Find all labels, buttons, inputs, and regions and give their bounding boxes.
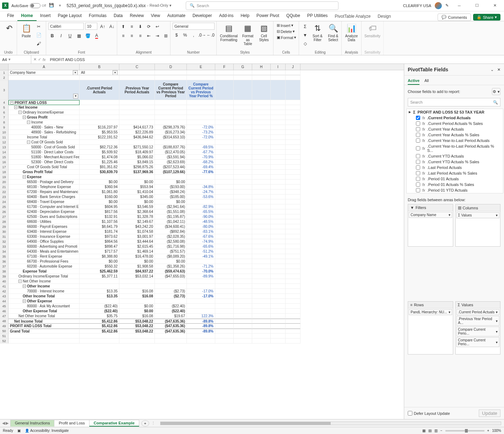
- row-header[interactable]: 15: [0, 155, 9, 160]
- data-cell[interactable]: $84,937.22: [119, 269, 155, 274]
- row-header[interactable]: 17: [0, 165, 9, 170]
- field-checkbox[interactable]: [416, 182, 420, 187]
- data-cell[interactable]: -65.5%: [187, 209, 215, 214]
- data-cell[interactable]: ($22.40): [155, 309, 187, 314]
- row-label-cell[interactable]: Expense Total: [9, 269, 80, 274]
- column-header[interactable]: E: [187, 64, 215, 70]
- row-label-cell[interactable]: 48900 · Sales - Refurbishing: [9, 130, 80, 135]
- zoom-in-icon[interactable]: +: [487, 429, 489, 433]
- data-cell[interactable]: -68.2%: [187, 160, 215, 165]
- gear-icon[interactable]: ⚙ ▾: [492, 88, 500, 95]
- pivot-field-item[interactable]: fx.Period 01 Actuals: [407, 176, 503, 182]
- data-cell[interactable]: [187, 259, 215, 264]
- data-cell[interactable]: $0.00: [119, 259, 155, 264]
- formula-input[interactable]: PROFIT AND LOSS: [48, 57, 504, 62]
- pivot-header[interactable]: Compare Current Period vs Previous Year …: [187, 80, 215, 100]
- data-cell[interactable]: $1,474.08: [80, 155, 119, 160]
- accessibility-status[interactable]: 👤Accessibility: Investigate: [25, 429, 69, 433]
- area-item[interactable]: Σ Values▾: [456, 212, 500, 218]
- pivot-filter-icon[interactable]: ▾: [73, 94, 78, 99]
- data-cell[interactable]: $5,939.92: [80, 150, 119, 155]
- align-middle-button[interactable]: ≡: [128, 23, 136, 31]
- data-cell[interactable]: ($3,591.94): [155, 155, 187, 160]
- user-avatar-icon[interactable]: [435, 2, 442, 9]
- row-label-cell[interactable]: −Net Income: [9, 105, 80, 110]
- data-cell[interactable]: $898.47: [80, 244, 119, 249]
- data-cell[interactable]: $553.94: [119, 185, 155, 189]
- row-label-cell[interactable]: 51800 · Merchant Account Fee: [9, 155, 80, 160]
- column-header[interactable]: H: [252, 64, 271, 70]
- data-cell[interactable]: [119, 339, 155, 344]
- row-header[interactable]: 29: [0, 224, 9, 229]
- row-label-cell[interactable]: 64900 · Office Supplies: [9, 239, 80, 244]
- accept-formula-icon[interactable]: ✓: [38, 57, 41, 62]
- border-button[interactable]: ▦: [75, 32, 83, 40]
- ribbon-tab-automate[interactable]: Automate: [164, 11, 189, 21]
- readonly-label[interactable]: - Read-Only ▾: [147, 3, 171, 8]
- data-cell[interactable]: [187, 299, 215, 304]
- merge-button[interactable]: ⊞: [162, 32, 170, 40]
- find-select-button[interactable]: 🔍Find & Select: [326, 23, 340, 43]
- data-cell[interactable]: $550.32: [80, 264, 119, 269]
- data-cell[interactable]: -89.8%: [187, 319, 215, 324]
- data-cell[interactable]: $864.56: [80, 239, 119, 244]
- pivot-field-item[interactable]: fx.Current YTD Actuals: [407, 153, 503, 159]
- fill-color-button[interactable]: 🪣: [84, 32, 92, 40]
- data-cell[interactable]: -89.9%: [187, 274, 215, 279]
- data-cell[interactable]: -71.2%: [187, 264, 215, 269]
- data-cell[interactable]: ($193.00): [155, 185, 187, 189]
- row-label-cell[interactable]: 50000 · Cost of Goods Sold: [9, 145, 80, 150]
- data-cell[interactable]: $1,061.80: [80, 189, 119, 194]
- area-item[interactable]: .Previous Year Period A...▾: [456, 316, 500, 326]
- data-cell[interactable]: [187, 110, 215, 115]
- row-label-cell[interactable]: 61700 · Computer and Internet E: [9, 204, 80, 209]
- row-label-cell[interactable]: −PROFIT AND LOSS: [9, 100, 80, 105]
- field-checkbox[interactable]: [416, 177, 420, 181]
- area-item[interactable]: Compare Current Perio...▾: [456, 326, 500, 336]
- pivot-field-item[interactable]: fx.Last Period Actuals % Sales: [407, 170, 503, 176]
- clear-button[interactable]: ◇: [301, 40, 309, 48]
- field-checkbox[interactable]: [416, 160, 420, 164]
- align-left-button[interactable]: ≡: [119, 32, 127, 40]
- row-label-cell[interactable]: −Other Expense: [9, 299, 80, 304]
- data-cell[interactable]: $604.95: [80, 204, 119, 209]
- zoom-level[interactable]: 100%: [492, 429, 501, 433]
- data-cell[interactable]: [119, 299, 155, 304]
- data-cell[interactable]: -77.6%: [187, 170, 215, 175]
- underline-button[interactable]: U: [66, 32, 74, 40]
- column-header[interactable]: F: [215, 64, 234, 70]
- analyze-data-button[interactable]: 📊Analyze Data: [344, 23, 359, 43]
- data-cell[interactable]: ($1,551.08): [155, 209, 187, 214]
- data-cell[interactable]: [119, 120, 155, 125]
- data-cell[interactable]: [119, 105, 155, 110]
- row-label-cell[interactable]: 51100 · Direct Labor Costs: [9, 150, 80, 155]
- area-item[interactable]: Compare Current Perio...▾: [456, 337, 500, 347]
- name-box[interactable]: A4▾: [0, 55, 31, 64]
- area-filters[interactable]: ▼Filters Company Name▾: [408, 204, 453, 247]
- copy-button[interactable]: 📄: [35, 31, 43, 39]
- row-header[interactable]: 6: [0, 110, 9, 115]
- data-cell[interactable]: [187, 120, 215, 125]
- row-label-cell[interactable]: Net Other Income Total: [9, 314, 80, 319]
- data-cell[interactable]: $16.08: [119, 289, 155, 294]
- row-label-cell[interactable]: 62500 · Dues and Subscriptions: [9, 214, 80, 219]
- row-header[interactable]: 30: [0, 229, 9, 234]
- data-cell[interactable]: $53,032.14: [119, 274, 155, 279]
- data-cell[interactable]: -82.9%: [187, 204, 215, 209]
- row-header[interactable]: 27: [0, 214, 9, 219]
- indent-left-button[interactable]: ⇤: [145, 32, 153, 40]
- data-cell[interactable]: [187, 199, 215, 204]
- data-cell[interactable]: [119, 279, 155, 284]
- data-cell[interactable]: [80, 279, 119, 284]
- autosave-toggle[interactable]: AutoSave Off: [11, 3, 46, 8]
- align-top-button[interactable]: ⬆: [119, 23, 127, 31]
- ribbon-tab-help[interactable]: Help: [237, 11, 253, 21]
- data-cell[interactable]: [80, 175, 119, 180]
- pivot-field-item[interactable]: fx.Current Year-to-Last Period Actuals: [407, 138, 503, 143]
- number-format-combo[interactable]: General: [173, 23, 215, 30]
- data-cell[interactable]: $0.00: [80, 199, 119, 204]
- row-header[interactable]: 32: [0, 239, 9, 244]
- row-header[interactable]: 50: [0, 329, 9, 334]
- data-cell[interactable]: [80, 120, 119, 125]
- row-label-cell[interactable]: Other Income Total: [9, 294, 80, 299]
